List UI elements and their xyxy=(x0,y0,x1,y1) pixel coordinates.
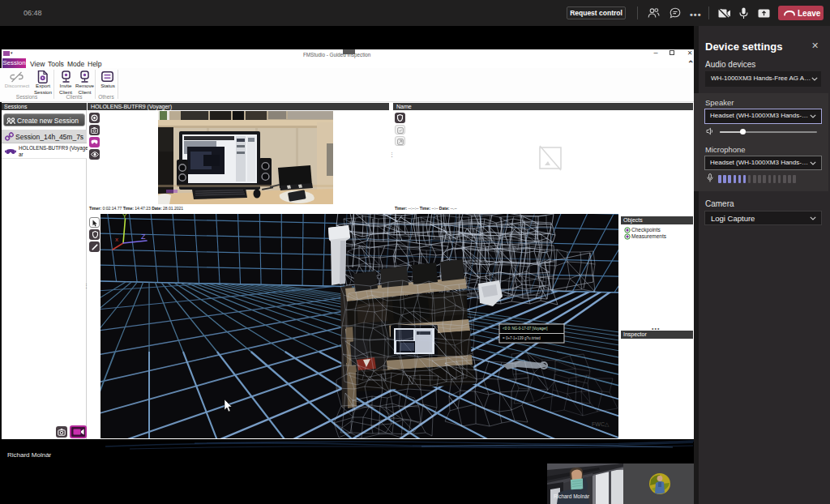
svg-text:FWC△: FWC△ xyxy=(592,421,610,427)
svg-text:x: x xyxy=(115,236,118,243)
svg-text:Y: Y xyxy=(122,214,127,220)
svg-text:Z: Z xyxy=(141,233,146,241)
svg-text:Richard Molnár: Richard Molnár xyxy=(554,493,590,499)
svg-text:= 0+7-1+139 g?u.ttrtwd: = 0+7-1+139 g?u.ttrtwd xyxy=(503,336,541,340)
svg-text:<0 0: NG-0-17-07 [Voyager]: <0 0: NG-0-17-07 [Voyager] xyxy=(503,327,547,331)
